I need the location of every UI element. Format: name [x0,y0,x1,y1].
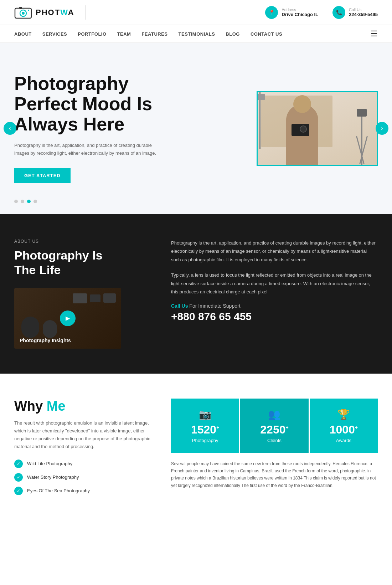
why-content: Why Me The result with photographic emul… [14,399,378,495]
list-item-label-1: Wild Life Photography [27,461,72,466]
stat-awards: 🏆 1000+ Awards [310,399,378,453]
about-para-1: Photography is the art, application, and… [171,239,378,264]
hero-title: Photography Perfect Mood Is Always Here [14,73,164,135]
hero-text: Photography Perfect Mood Is Always Here … [14,73,164,184]
nav-item-services[interactable]: SERVICES [42,31,67,37]
stat-photography: 📷 1520+ Photography [171,399,239,453]
nav-item-team[interactable]: TEAM [117,31,131,37]
check-icon-3: ✓ [14,487,23,495]
nav-item-features[interactable]: FEATURES [141,31,167,37]
hero-next-button[interactable]: › [376,122,388,135]
clients-icon: 👥 [247,409,301,420]
why-list: ✓ Wild Life Photography ✓ Water Story Ph… [14,460,157,495]
address-label: Address [282,7,318,12]
check-icon-2: ✓ [14,473,23,482]
nav-item-about[interactable]: ABOUT [14,31,32,37]
hamburger-menu[interactable]: ☰ [371,29,378,39]
svg-point-2 [22,12,25,15]
nav-links: ABOUT SERVICES PORTFOLIO TEAM FEATURES T… [14,31,282,37]
check-icon-1: ✓ [14,460,23,468]
clients-label: Clients [247,438,301,443]
call-label: Call Us [349,7,378,12]
about-tag: About us [14,239,150,244]
nav-item-contact[interactable]: CONTACT US [251,31,282,37]
photography-icon: 📷 [178,409,232,420]
header: PHOTWA 📍 Address Drive Chicago IL 📞 Call… [0,0,392,25]
awards-count: 1000+ [317,423,371,436]
about-para-2: Typically, a lens is used to focus the l… [171,271,378,296]
hero-prev-button[interactable]: ‹ [4,122,16,135]
hero-description: Photography is the art, application, and… [14,142,164,157]
nav-item-testimonials[interactable]: TESTIMONIALS [179,31,215,37]
awards-label: Awards [317,438,371,443]
phone-number: +880 876 65 455 [171,311,378,323]
list-item-3: ✓ Eyes Of The Sea Photography [14,487,157,495]
list-item-1: ✓ Wild Life Photography [14,460,157,468]
hero-section: ‹ Photography Perfect Mood Is Always Her… [0,43,392,214]
video-label: Photography Insights [20,338,71,343]
list-item-label-3: Eyes Of The Sea Photography [27,488,90,493]
logo-text: PHOTWA [36,8,74,17]
hero-image [257,91,378,166]
why-description: The result with photographic emulsion is… [14,419,157,451]
header-contact: 📍 Address Drive Chicago IL 📞 Call Us 224… [265,6,378,19]
nav-item-blog[interactable]: BLOG [226,31,240,37]
location-icon: 📍 [265,6,278,19]
phone-contact: 📞 Call Us 224-359-5495 [332,6,378,19]
call-us-label: Call Us For Immediate Support [171,303,378,309]
hero-photo-bg [258,92,377,165]
about-right: Photography is the art, application, and… [171,239,378,349]
photography-label: Photography [178,438,232,443]
phone-icon: 📞 [332,6,345,19]
logo-area: PHOTWA [14,5,86,20]
awards-icon: 🏆 [317,409,371,420]
dot-4[interactable] [33,200,37,203]
why-right: 📷 1520+ Photography 👥 2250+ Clients 🏆 10… [171,399,378,495]
stat-clients: 👥 2250+ Clients [240,399,308,453]
about-section: About us Photography Is The Life Photogr… [0,214,392,374]
about-title: Photography Is The Life [14,248,150,277]
slide-dots [14,200,37,203]
nav-item-portfolio[interactable]: PORTFOLIO [78,31,106,37]
address-contact: 📍 Address Drive Chicago IL [265,6,318,19]
why-title: Why Me [14,399,157,414]
get-started-button[interactable]: GET STARTED [14,168,71,183]
about-left: About us Photography Is The Life Photogr… [14,239,150,349]
dot-3[interactable] [27,200,31,203]
play-button[interactable]: ▶ [60,311,76,326]
address-value: Drive Chicago IL [282,12,318,17]
list-item-2: ✓ Water Story Photography [14,473,157,482]
svg-rect-3 [19,7,22,9]
dot-2[interactable] [21,200,24,203]
list-item-label-2: Water Story Photography [27,474,79,480]
photography-count: 1520+ [178,423,232,436]
logo-icon [14,5,32,20]
video-thumbnail[interactable]: Photography Insights ▶ [14,288,121,349]
why-left: Why Me The result with photographic emul… [14,399,157,495]
svg-point-4 [28,10,29,11]
clients-count: 2250+ [247,423,301,436]
navbar: ABOUT SERVICES PORTFOLIO TEAM FEATURES T… [0,25,392,43]
why-bottom-text: Several people may have coined the same … [171,460,378,489]
why-section: Why Me The result with photographic emul… [0,374,392,520]
dot-1[interactable] [14,200,18,203]
stats-grid: 📷 1520+ Photography 👥 2250+ Clients 🏆 10… [171,399,378,453]
call-value: 224-359-5495 [349,12,378,17]
